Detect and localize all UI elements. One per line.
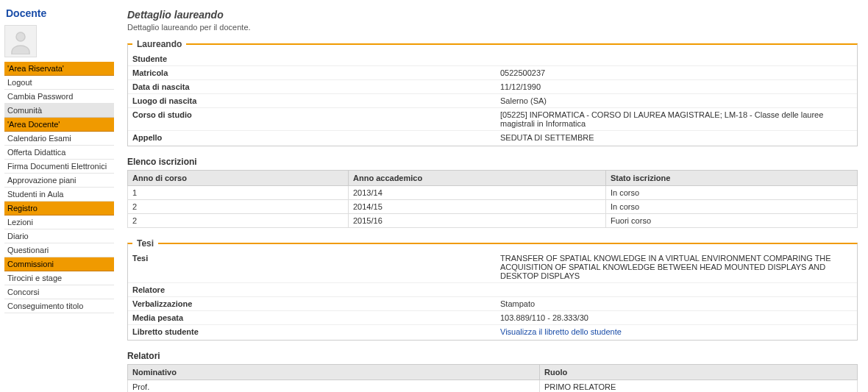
- table-row: Matricola0522500237: [128, 66, 857, 80]
- cell: In corso: [606, 200, 858, 214]
- cell: 1: [128, 186, 349, 200]
- sidebar-item[interactable]: Offerta Didattica: [4, 146, 114, 160]
- main-content: Dettaglio laureando Dettaglio laureando …: [114, 0, 868, 392]
- row-value[interactable]: Visualizza il libretto dello studente: [496, 325, 857, 339]
- row-label: Appello: [128, 131, 496, 145]
- table-row: Studente: [128, 52, 857, 66]
- sidebar-item[interactable]: Questionari: [4, 243, 114, 257]
- cell: PRIMO RELATORE: [540, 380, 858, 393]
- sidebar-item[interactable]: Comunità: [4, 104, 114, 118]
- cell: 2013/14: [349, 186, 606, 200]
- sidebar-item[interactable]: Conseguimento titolo: [4, 299, 114, 313]
- row-label: Libretto studente: [128, 325, 496, 339]
- table-row: 22014/15In corso: [128, 200, 858, 214]
- relatori-heading: Relatori: [127, 351, 858, 361]
- sidebar-item[interactable]: Tirocini e stage: [4, 271, 114, 285]
- sidebar-item[interactable]: Calendario Esami: [4, 132, 114, 146]
- cell: 2: [128, 214, 349, 228]
- sidebar-item[interactable]: Concorsi: [4, 285, 114, 299]
- cell: Prof.: [128, 380, 540, 393]
- sidebar-item[interactable]: Diario: [4, 229, 114, 243]
- table-row: TesiTRANSFER OF SPATIAL KNOWLEDGE IN A V…: [128, 252, 857, 283]
- row-value: SEDUTA DI SETTEMBRE: [496, 131, 857, 145]
- table-row: 22015/16Fuori corso: [128, 214, 858, 228]
- table-row: Data di nascita11/12/1990: [128, 80, 857, 94]
- row-label: Verbalizzazione: [128, 297, 496, 311]
- avatar: [4, 25, 37, 57]
- iscrizioni-table: Anno di corsoAnno accademicoStato iscriz…: [127, 170, 858, 228]
- laureando-panel: Laureando StudenteMatricola0522500237Dat…: [127, 39, 858, 146]
- username: [43, 25, 44, 32]
- table-row: 12013/14In corso: [128, 186, 858, 200]
- cell: Fuori corso: [606, 214, 858, 228]
- row-label: Luogo di nascita: [128, 94, 496, 108]
- column-header: Anno di corso: [128, 171, 349, 186]
- table-row: Libretto studenteVisualizza il libretto …: [128, 325, 857, 339]
- row-label: Studente: [128, 52, 496, 66]
- cell: 2: [128, 200, 349, 214]
- row-value: TRANSFER OF SPATIAL KNOWLEDGE IN A VIRTU…: [496, 252, 857, 283]
- tesi-table: TesiTRANSFER OF SPATIAL KNOWLEDGE IN A V…: [128, 252, 857, 338]
- sidebar-title: Docente: [4, 7, 114, 19]
- laureando-legend: Laureando: [132, 39, 186, 49]
- sidebar-item: 'Area Riservata': [4, 62, 114, 76]
- sidebar-item[interactable]: Studenti in Aula: [4, 188, 114, 202]
- table-row: AppelloSEDUTA DI SETTEMBRE: [128, 131, 857, 145]
- column-header: Stato iscrizione: [606, 171, 858, 186]
- row-value: [496, 52, 857, 66]
- row-label: Media pesata: [128, 311, 496, 325]
- sidebar-item[interactable]: Cambia Password: [4, 90, 114, 104]
- row-value: [05225] INFORMATICA - CORSO DI LAUREA MA…: [496, 108, 857, 131]
- sidebar-item[interactable]: Logout: [4, 76, 114, 90]
- user-icon: [7, 28, 34, 54]
- row-value: [496, 283, 857, 297]
- column-header: Ruolo: [540, 365, 858, 380]
- table-row: Corso di studio[05225] INFORMATICA - COR…: [128, 108, 857, 131]
- sidebar-menu: 'Area Riservata'LogoutCambia PasswordCom…: [4, 62, 114, 313]
- cell: 2014/15: [349, 200, 606, 214]
- sidebar-item[interactable]: Approvazione piani: [4, 174, 114, 188]
- column-header: Anno accademico: [349, 171, 606, 186]
- tesi-legend: Tesi: [132, 238, 158, 249]
- table-row: Media pesata103.889/110 - 28.333/30: [128, 311, 857, 325]
- tesi-panel: Tesi TesiTRANSFER OF SPATIAL KNOWLEDGE I…: [127, 238, 858, 341]
- row-label: Tesi: [128, 252, 496, 283]
- row-value: Stampato: [496, 297, 857, 311]
- sidebar-item: Commissioni: [4, 257, 114, 271]
- page-title: Dettaglio laureando: [127, 9, 858, 21]
- sidebar-item: 'Area Docente': [4, 118, 114, 132]
- svg-point-0: [16, 32, 25, 41]
- sidebar-item[interactable]: Firma Documenti Elettronici: [4, 160, 114, 174]
- sidebar: Docente 'Area Riservata'LogoutCambia Pas…: [0, 0, 114, 392]
- table-row: VerbalizzazioneStampato: [128, 297, 857, 311]
- iscrizioni-heading: Elenco iscrizioni: [127, 157, 858, 167]
- row-value: Salerno (SA): [496, 94, 857, 108]
- table-row: Relatore: [128, 283, 857, 297]
- row-value: 103.889/110 - 28.333/30: [496, 311, 857, 325]
- page-subtitle: Dettaglio laureando per il docente.: [127, 23, 858, 32]
- row-value: 0522500237: [496, 66, 857, 80]
- cell: 2015/16: [349, 214, 606, 228]
- table-row: Luogo di nascitaSalerno (SA): [128, 94, 857, 108]
- cell: In corso: [606, 186, 858, 200]
- table-row: Prof. PRIMO RELATORE: [128, 380, 858, 393]
- laureando-table: StudenteMatricola0522500237Data di nasci…: [128, 52, 857, 144]
- row-label: Matricola: [128, 66, 496, 80]
- row-label: Data di nascita: [128, 80, 496, 94]
- relatori-table: NominativoRuoloProf. PRIMO RELATORE: [127, 364, 858, 392]
- sidebar-item[interactable]: Lezioni: [4, 215, 114, 229]
- sidebar-item: Registro: [4, 202, 114, 215]
- row-label: Corso di studio: [128, 108, 496, 131]
- column-header: Nominativo: [128, 365, 540, 380]
- row-label: Relatore: [128, 283, 496, 297]
- row-value: 11/12/1990: [496, 80, 857, 94]
